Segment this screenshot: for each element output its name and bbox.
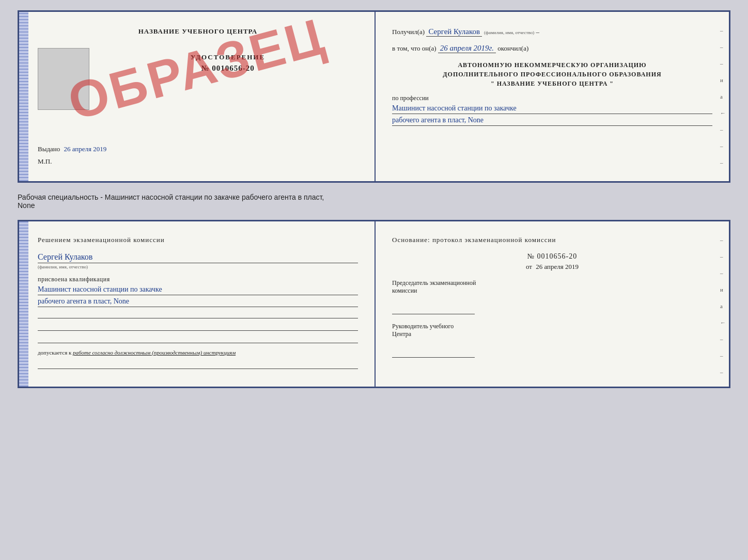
chairman-label1: Председатель экзаменационной [392,279,476,286]
cert-school-title: НАЗВАНИЕ УЧЕБНОГО ЦЕНТРА [38,27,358,36]
protocol-date-value: 26 апреля 2019 [536,263,579,270]
basis-label: Основание: протокол экзаменационной коми… [392,236,712,244]
org-line2: ДОПОЛНИТЕЛЬНОГО ПРОФЕССИОНАЛЬНОГО ОБРАЗО… [392,70,712,79]
bdash9: – [720,369,726,375]
dash8: – [720,143,726,149]
chairman-sig-line [392,305,475,314]
bdash5: а [720,303,726,309]
bdash8: – [720,353,726,359]
bdash3: – [720,270,726,276]
bdash2: – [720,253,726,260]
issued-label: Выдано [38,145,60,153]
inner-qual-line1: Машинист насосной станции по закачке [38,285,358,295]
bdash6: ← [720,319,726,326]
caption-text2: None [18,201,730,210]
dash5: а [720,93,726,100]
blank-line-1 [38,309,358,318]
right-dashes-bottom: – – – и а ← – – – [720,237,726,375]
org-block: АВТОНОМНУЮ НЕКОММЕРЧЕСКУЮ ОРГАНИЗАЦИЮ ДО… [392,60,712,88]
blank-line-3 [38,334,358,343]
qualification-label: присвоена квалификация [38,276,358,283]
date-prefix: от [526,263,532,270]
profession-line1: Машинист насосной станции по закачке [392,104,712,114]
dash4: и [720,77,726,83]
dash3: – [720,60,726,67]
inner-left-panel: Решением экзаменационной комиссии Сергей… [19,221,376,387]
top-certificate-spread: НАЗВАНИЕ УЧЕБНОГО ЦЕНТРА УДОСТОВЕРЕНИЕ №… [18,10,730,183]
decision-label: Решением экзаменационной комиссии [38,236,358,244]
received-label: Получил(а) [392,28,425,36]
date-line: в том, что он(а) 26 апреля 2019г. окончи… [392,44,712,53]
org-line3: " НАЗВАНИЕ УЧЕБНОГО ЦЕНТРА " [392,79,712,88]
date-value: 26 апреля 2019г. [438,44,496,53]
cert-issued-line: Выдано 26 апреля 2019 [38,145,358,153]
allows-text: работе согласно должностным (производств… [73,349,236,356]
allows-label: допускается к [38,349,71,356]
bdash7: – [720,336,726,342]
caption-block: Рабочая специальность - Машинист насосно… [18,191,730,212]
chairman-block: Председатель экзаменационной комиссии [392,279,712,314]
chairman-label2: комиссии [392,287,417,294]
head-sig-line [392,348,475,358]
bdash1: – [720,237,726,243]
inner-name-hint: (фамилия, имя, отчество) [38,264,358,269]
dash9: – [720,159,726,166]
blank-line-2 [38,322,358,331]
finished-label: окончил(а) [497,44,528,53]
head-label: Руководитель учебного Центра [392,323,712,338]
mp-label: М.П. [38,157,358,166]
in-that-label: в том, что он(а) [392,44,437,53]
protocol-date-line: от 26 апреля 2019 [392,263,712,271]
name-hint-top: (фамилия, имя, отчество) [484,30,534,35]
dash2: – [720,44,726,50]
chairman-label: Председатель экзаменационной комиссии [392,279,712,295]
received-name: Сергей Кулаков [426,27,482,37]
protocol-number: № 0010656-20 [392,252,712,261]
inner-qual-line2: рабочего агента в пласт, None [38,297,358,307]
dash7: – [720,126,726,133]
issued-date: 26 апреля 2019 [64,145,107,153]
head-block: Руководитель учебного Центра [392,323,712,358]
cert-number: № 0010656-20 [201,64,254,72]
bdash4: и [720,286,726,293]
inner-person-name: Сергей Кулаков [38,252,358,263]
cert-right-panel: Получил(а) Сергей Кулаков (фамилия, имя,… [376,12,729,181]
allows-work-block: допускается к работе согласно должностны… [38,349,358,356]
profession-line2: рабочего агента в пласт, None [392,116,712,126]
profession-label: по профессии [392,94,712,102]
org-line1: АВТОНОМНУЮ НЕКОММЕРЧЕСКУЮ ОРГАНИЗАЦИЮ [392,60,712,70]
inner-right-panel: Основание: протокол экзаменационной коми… [376,221,729,387]
cert-document-label: УДОСТОВЕРЕНИЕ [98,53,358,61]
bottom-blank-line [38,360,358,369]
head-label2: Центра [392,330,411,338]
right-dashes-top: – – – и а ← – – – [720,27,726,166]
cert-left-panel: НАЗВАНИЕ УЧЕБНОГО ЦЕНТРА УДОСТОВЕРЕНИЕ №… [19,12,376,181]
dash1: – [720,27,726,34]
received-line: Получил(а) Сергей Кулаков (фамилия, имя,… [392,27,712,37]
dash6: ← [720,110,726,116]
caption-text1: Рабочая специальность - Машинист насосно… [18,193,730,201]
head-label1: Руководитель учебного [392,323,454,330]
photo-placeholder [38,48,89,110]
bottom-certificate-spread: Решением экзаменационной комиссии Сергей… [18,220,730,388]
